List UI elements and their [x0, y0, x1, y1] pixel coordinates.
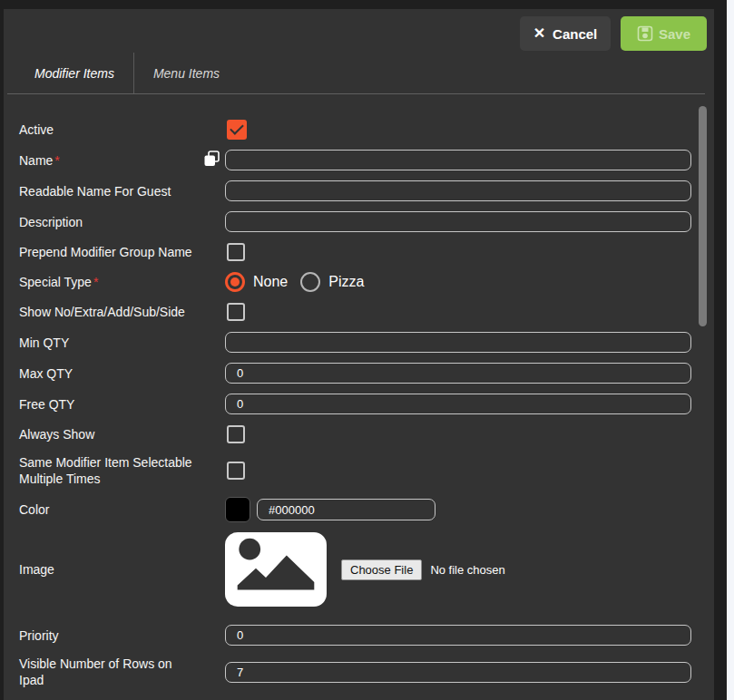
row-same-modifier-multiple: Same Modifier Item Selectable Multiple T…: [19, 454, 714, 487]
choose-file-button[interactable]: Choose File: [341, 559, 422, 580]
save-disk-icon: [637, 25, 653, 42]
save-button[interactable]: Save: [621, 16, 707, 51]
row-color: Color: [19, 497, 714, 522]
file-status-text: No file chosen: [430, 563, 504, 577]
name-label: Name*: [19, 152, 225, 169]
special-type-label: Special Type*: [19, 274, 225, 290]
tab-menu-items-label: Menu Items: [153, 66, 220, 81]
show-no-extra-label: Show No/Extra/Add/Sub/Side: [19, 304, 225, 320]
max-qty-label: Max QTY: [19, 365, 225, 382]
tab-modifier-items-label: Modifier Items: [34, 66, 114, 81]
image-label: Image: [19, 561, 225, 578]
image-placeholder: [225, 532, 327, 607]
page-edge-strip: [727, 0, 734, 700]
tabbar: Modifier Items Menu Items: [7, 53, 705, 94]
show-no-extra-checkbox[interactable]: [227, 303, 245, 321]
tab-modifier-items[interactable]: Modifier Items: [15, 53, 134, 93]
radio-pizza-circle: [300, 272, 320, 292]
radio-pizza[interactable]: Pizza: [300, 272, 364, 292]
free-qty-input[interactable]: [225, 394, 691, 414]
description-input[interactable]: [225, 211, 691, 232]
copy-icon[interactable]: [203, 150, 220, 170]
row-min-qty: Min QTY: [19, 332, 714, 353]
row-visible-rows-ipad: Visible Number of Rows on Ipad: [19, 656, 714, 688]
row-name: Name*: [19, 150, 714, 170]
min-qty-input[interactable]: [225, 332, 691, 353]
modifier-item-panel: ✕ Cancel Save Modifier Items Menu Items …: [4, 9, 714, 700]
color-hex-input[interactable]: [257, 499, 436, 520]
readable-name-label: Readable Name For Guest: [19, 183, 225, 199]
visible-rows-ipad-input[interactable]: [225, 662, 691, 683]
row-readable-name: Readable Name For Guest: [19, 180, 714, 201]
row-priority: Priority: [19, 625, 714, 646]
same-modifier-multiple-checkbox[interactable]: [227, 462, 245, 480]
radio-pizza-label: Pizza: [328, 274, 364, 290]
cancel-button[interactable]: ✕ Cancel: [520, 16, 611, 51]
active-checkbox[interactable]: [227, 120, 247, 140]
radio-none-circle: [225, 272, 245, 292]
description-label: Description: [19, 214, 225, 230]
active-label: Active: [19, 122, 225, 138]
cancel-button-label: Cancel: [553, 26, 597, 42]
row-max-qty: Max QTY: [19, 363, 714, 384]
row-show-no-extra: Show No/Extra/Add/Sub/Side: [19, 302, 714, 322]
close-icon: ✕: [533, 26, 545, 41]
header-actions: ✕ Cancel Save: [4, 9, 714, 53]
save-button-label: Save: [659, 26, 690, 42]
name-input[interactable]: [225, 150, 691, 170]
readable-name-input[interactable]: [225, 180, 691, 201]
min-qty-label: Min QTY: [19, 335, 225, 351]
row-active: Active: [19, 120, 714, 140]
priority-input[interactable]: [225, 625, 691, 646]
picture-icon: [232, 538, 319, 601]
required-asterisk: *: [54, 153, 59, 168]
color-label: Color: [19, 501, 225, 518]
row-image: Image Choose File No file chosen: [19, 532, 714, 607]
row-prepend-group-name: Prepend Modifier Group Name: [19, 242, 714, 262]
radio-none[interactable]: None: [225, 272, 288, 292]
max-qty-input[interactable]: [225, 363, 691, 384]
row-free-qty: Free QTY: [19, 394, 714, 414]
color-swatch[interactable]: [225, 497, 250, 522]
required-asterisk: *: [93, 275, 98, 289]
image-file-control: Choose File No file chosen: [341, 559, 505, 580]
priority-label: Priority: [19, 627, 225, 644]
vertical-scrollbar-thumb[interactable]: [699, 106, 707, 326]
row-special-type: Special Type* None Pizza: [19, 272, 714, 292]
prepend-group-name-label: Prepend Modifier Group Name: [19, 244, 225, 260]
free-qty-label: Free QTY: [19, 396, 225, 413]
always-show-checkbox[interactable]: [227, 425, 245, 443]
special-type-radio-group: None Pizza: [225, 272, 377, 292]
prepend-group-name-checkbox[interactable]: [227, 243, 245, 261]
always-show-label: Always Show: [19, 426, 225, 442]
radio-none-label: None: [253, 274, 288, 290]
row-always-show: Always Show: [19, 424, 714, 444]
tab-menu-items[interactable]: Menu Items: [134, 53, 239, 93]
same-modifier-multiple-label: Same Modifier Item Selectable Multiple T…: [19, 454, 225, 487]
modifier-item-form: Active Name* Readable Name For Guest Des…: [4, 94, 714, 688]
visible-rows-ipad-label: Visible Number of Rows on Ipad: [19, 656, 225, 688]
row-description: Description: [19, 211, 714, 232]
